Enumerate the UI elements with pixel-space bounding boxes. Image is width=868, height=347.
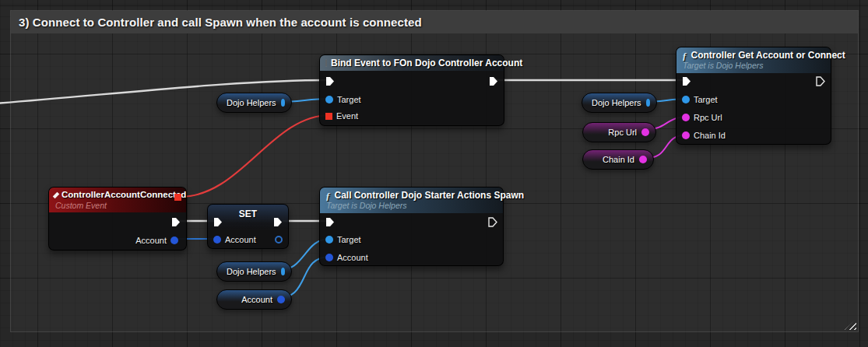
pill-label: Rpc Url [608, 128, 637, 137]
object-pin-icon [325, 236, 333, 244]
exec-out-icon [816, 76, 825, 86]
node-title: ControllerAccountConnected [61, 190, 186, 201]
exec-in-icon [325, 217, 335, 227]
string-pin-icon[interactable] [641, 128, 649, 136]
object-pin-icon [213, 236, 221, 244]
exec-out-icon [488, 217, 497, 227]
object-pin-icon[interactable] [277, 296, 285, 303]
pill-account-bottom[interactable]: Account [216, 289, 292, 310]
pill-label: Dojo Helpers [227, 98, 276, 107]
pill-label: Account [241, 295, 272, 304]
pin-label: Chain Id [694, 131, 726, 140]
pill-dojo-helpers-top[interactable]: Dojo Helpers [216, 93, 292, 113]
exec-in-icon [325, 76, 335, 86]
node-bind-event[interactable]: Bind Event to FOn Dojo Controller Accoun… [319, 54, 504, 126]
account-pin[interactable]: Account [325, 252, 368, 263]
exec-out-pin[interactable] [816, 75, 825, 86]
pin-label: Rpc Url [694, 113, 722, 122]
function-icon: ƒ [325, 191, 331, 201]
rpc-url-pin[interactable]: Rpc Url [682, 112, 722, 123]
object-pin-icon[interactable] [281, 268, 285, 275]
function-icon: ƒ [682, 51, 687, 61]
object-pin-icon [275, 236, 283, 244]
target-pin[interactable]: Target [682, 94, 718, 105]
string-pin-icon[interactable] [639, 156, 647, 163]
blueprint-canvas[interactable]: { "comment": { "title": "3) Connect to C… [0, 0, 868, 347]
node-get-account-or-connect[interactable]: ƒ Controller Get Account or Connect Targ… [676, 47, 831, 145]
node-custom-event-header[interactable]: ControllerAccountConnected Custom Event [49, 188, 186, 212]
object-pin-icon [325, 254, 333, 261]
pill-label: Chain Id [603, 155, 634, 164]
account-out-pin[interactable]: Account [135, 235, 178, 246]
pill-dojo-helpers-right[interactable]: Dojo Helpers [582, 93, 657, 113]
pin-label: Event [336, 111, 358, 121]
exec-out-icon [489, 76, 498, 86]
pill-dojo-helpers-bottom[interactable]: Dojo Helpers [216, 261, 292, 282]
pill-label: Dojo Helpers [227, 267, 276, 276]
event-pin[interactable]: Event [325, 110, 358, 121]
object-pin-icon [682, 96, 690, 103]
pin-label: Target [694, 95, 718, 104]
pin-label: Target [337, 235, 361, 244]
exec-out-pin[interactable] [489, 75, 498, 86]
delegate-pin-icon [325, 113, 332, 120]
object-pin-icon [325, 96, 333, 103]
pill-rpc-url[interactable]: Rpc Url [582, 122, 656, 142]
account-in-pin[interactable]: Account [213, 234, 256, 245]
object-pin-icon[interactable] [646, 99, 650, 107]
string-pin-icon [682, 131, 690, 139]
node-title: Call Controller Dojo Starter Actions Spa… [335, 190, 525, 201]
object-pin-icon[interactable] [281, 99, 285, 107]
pill-chain-id[interactable]: Chain Id [582, 149, 654, 170]
custom-event-icon [53, 192, 59, 198]
node-controller-account-connected[interactable]: ControllerAccountConnected Custom Event … [48, 187, 187, 251]
delegate-wire [180, 115, 330, 197]
node-subtitle: Custom Event [55, 201, 180, 211]
exec-in-icon [682, 76, 691, 86]
exec-in-pin[interactable] [213, 216, 223, 227]
exec-in-pin[interactable] [325, 75, 335, 86]
node-set-account[interactable]: SET Account [207, 204, 289, 249]
account-out-pin[interactable] [275, 234, 283, 245]
pill-label: Dojo Helpers [592, 98, 641, 107]
pin-label: Account [225, 235, 256, 244]
bind-event-icon [325, 59, 327, 67]
node-call-spawn-header[interactable]: ƒ Call Controller Dojo Starter Actions S… [320, 188, 503, 213]
pin-label: Account [337, 253, 368, 262]
exec-in-pin[interactable] [682, 75, 691, 86]
target-pin[interactable]: Target [325, 94, 361, 105]
node-subtitle: Target is Dojo Helpers [326, 201, 497, 211]
exec-out-icon [273, 217, 283, 227]
delegate-out-pin[interactable] [174, 194, 181, 201]
exec-out-pin[interactable] [273, 216, 283, 227]
pin-label: Target [337, 95, 361, 104]
node-get-account-header[interactable]: ƒ Controller Get Account or Connect Targ… [676, 47, 831, 73]
node-title: Controller Get Account or Connect [691, 50, 845, 61]
node-title: Bind Event to FOn Dojo Controller Accoun… [331, 58, 522, 68]
object-pin-icon [170, 237, 178, 244]
node-bind-event-header[interactable]: Bind Event to FOn Dojo Controller Accoun… [320, 55, 504, 71]
string-pin-icon [682, 114, 690, 121]
target-pin[interactable]: Target [325, 234, 361, 245]
pin-label: Account [135, 236, 167, 245]
exec-out-icon [171, 217, 181, 227]
exec-in-pin[interactable] [325, 216, 335, 227]
node-call-spawn[interactable]: ƒ Call Controller Dojo Starter Actions S… [319, 187, 504, 266]
exec-out-pin[interactable] [488, 216, 497, 227]
exec-in-icon [213, 217, 223, 227]
exec-out-pin[interactable] [171, 216, 181, 227]
node-subtitle: Target is Dojo Helpers [683, 61, 824, 71]
chain-id-pin[interactable]: Chain Id [682, 130, 726, 141]
